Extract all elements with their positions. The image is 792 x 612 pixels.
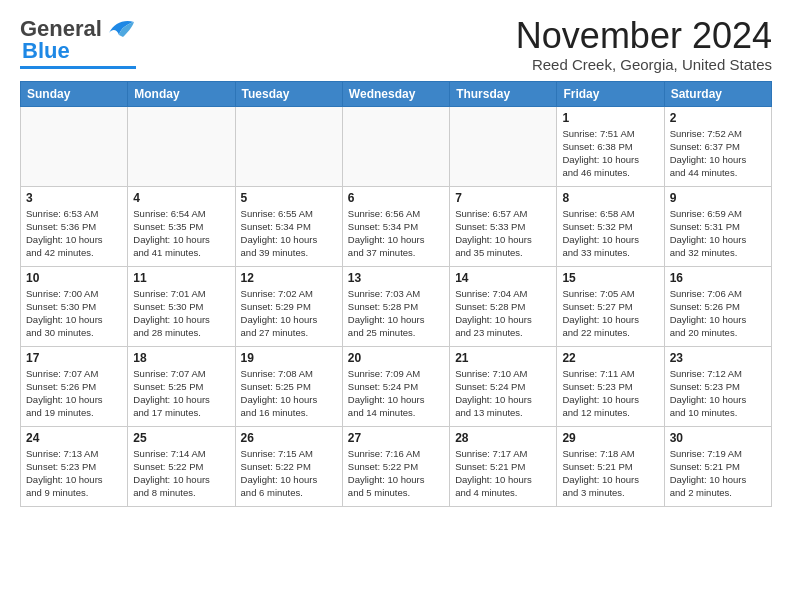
calendar-day-cell [235,106,342,186]
calendar-day-cell: 9Sunrise: 6:59 AM Sunset: 5:31 PM Daylig… [664,186,771,266]
day-info: Sunrise: 7:13 AM Sunset: 5:23 PM Dayligh… [26,447,122,500]
day-number: 25 [133,431,229,445]
weekday-header: Friday [557,81,664,106]
calendar-day-cell: 15Sunrise: 7:05 AM Sunset: 5:27 PM Dayli… [557,266,664,346]
day-info: Sunrise: 6:58 AM Sunset: 5:32 PM Dayligh… [562,207,658,260]
day-number: 8 [562,191,658,205]
day-info: Sunrise: 6:56 AM Sunset: 5:34 PM Dayligh… [348,207,444,260]
calendar-day-cell: 14Sunrise: 7:04 AM Sunset: 5:28 PM Dayli… [450,266,557,346]
day-info: Sunrise: 7:10 AM Sunset: 5:24 PM Dayligh… [455,367,551,420]
weekday-header: Thursday [450,81,557,106]
day-number: 7 [455,191,551,205]
calendar-day-cell: 6Sunrise: 6:56 AM Sunset: 5:34 PM Daylig… [342,186,449,266]
day-info: Sunrise: 7:07 AM Sunset: 5:26 PM Dayligh… [26,367,122,420]
calendar-day-cell: 26Sunrise: 7:15 AM Sunset: 5:22 PM Dayli… [235,426,342,506]
calendar-day-cell: 4Sunrise: 6:54 AM Sunset: 5:35 PM Daylig… [128,186,235,266]
day-number: 11 [133,271,229,285]
calendar-day-cell: 19Sunrise: 7:08 AM Sunset: 5:25 PM Dayli… [235,346,342,426]
day-info: Sunrise: 7:06 AM Sunset: 5:26 PM Dayligh… [670,287,766,340]
day-number: 30 [670,431,766,445]
calendar-week-row: 1Sunrise: 7:51 AM Sunset: 6:38 PM Daylig… [21,106,772,186]
calendar-day-cell: 25Sunrise: 7:14 AM Sunset: 5:22 PM Dayli… [128,426,235,506]
title-section: November 2024 Reed Creek, Georgia, Unite… [516,16,772,73]
day-info: Sunrise: 7:51 AM Sunset: 6:38 PM Dayligh… [562,127,658,180]
day-number: 2 [670,111,766,125]
weekday-header: Monday [128,81,235,106]
calendar-day-cell: 10Sunrise: 7:00 AM Sunset: 5:30 PM Dayli… [21,266,128,346]
calendar-week-row: 17Sunrise: 7:07 AM Sunset: 5:26 PM Dayli… [21,346,772,426]
weekday-header: Wednesday [342,81,449,106]
day-number: 20 [348,351,444,365]
day-number: 23 [670,351,766,365]
day-info: Sunrise: 7:18 AM Sunset: 5:21 PM Dayligh… [562,447,658,500]
logo: General Blue [20,16,136,69]
day-number: 17 [26,351,122,365]
calendar-day-cell: 8Sunrise: 6:58 AM Sunset: 5:32 PM Daylig… [557,186,664,266]
calendar-day-cell: 7Sunrise: 6:57 AM Sunset: 5:33 PM Daylig… [450,186,557,266]
day-info: Sunrise: 7:19 AM Sunset: 5:21 PM Dayligh… [670,447,766,500]
calendar-day-cell: 13Sunrise: 7:03 AM Sunset: 5:28 PM Dayli… [342,266,449,346]
calendar-table: SundayMondayTuesdayWednesdayThursdayFrid… [20,81,772,507]
calendar-header-row: SundayMondayTuesdayWednesdayThursdayFrid… [21,81,772,106]
logo-bird-icon [104,17,136,41]
day-info: Sunrise: 7:00 AM Sunset: 5:30 PM Dayligh… [26,287,122,340]
day-info: Sunrise: 7:52 AM Sunset: 6:37 PM Dayligh… [670,127,766,180]
day-info: Sunrise: 7:09 AM Sunset: 5:24 PM Dayligh… [348,367,444,420]
day-info: Sunrise: 6:57 AM Sunset: 5:33 PM Dayligh… [455,207,551,260]
header: General Blue November 2024 Reed Creek, G… [20,16,772,73]
day-info: Sunrise: 7:01 AM Sunset: 5:30 PM Dayligh… [133,287,229,340]
day-number: 19 [241,351,337,365]
day-info: Sunrise: 7:11 AM Sunset: 5:23 PM Dayligh… [562,367,658,420]
day-number: 21 [455,351,551,365]
day-number: 10 [26,271,122,285]
day-number: 22 [562,351,658,365]
day-number: 16 [670,271,766,285]
calendar-day-cell: 24Sunrise: 7:13 AM Sunset: 5:23 PM Dayli… [21,426,128,506]
day-info: Sunrise: 6:53 AM Sunset: 5:36 PM Dayligh… [26,207,122,260]
day-number: 18 [133,351,229,365]
day-info: Sunrise: 7:02 AM Sunset: 5:29 PM Dayligh… [241,287,337,340]
calendar-week-row: 10Sunrise: 7:00 AM Sunset: 5:30 PM Dayli… [21,266,772,346]
day-info: Sunrise: 7:08 AM Sunset: 5:25 PM Dayligh… [241,367,337,420]
weekday-header: Tuesday [235,81,342,106]
day-number: 12 [241,271,337,285]
calendar-day-cell [342,106,449,186]
day-info: Sunrise: 7:15 AM Sunset: 5:22 PM Dayligh… [241,447,337,500]
calendar-day-cell: 3Sunrise: 6:53 AM Sunset: 5:36 PM Daylig… [21,186,128,266]
calendar-day-cell: 20Sunrise: 7:09 AM Sunset: 5:24 PM Dayli… [342,346,449,426]
location-title: Reed Creek, Georgia, United States [516,56,772,73]
day-number: 9 [670,191,766,205]
calendar-day-cell: 17Sunrise: 7:07 AM Sunset: 5:26 PM Dayli… [21,346,128,426]
day-number: 14 [455,271,551,285]
calendar-week-row: 24Sunrise: 7:13 AM Sunset: 5:23 PM Dayli… [21,426,772,506]
day-number: 24 [26,431,122,445]
calendar-day-cell: 18Sunrise: 7:07 AM Sunset: 5:25 PM Dayli… [128,346,235,426]
day-number: 3 [26,191,122,205]
calendar-day-cell: 23Sunrise: 7:12 AM Sunset: 5:23 PM Dayli… [664,346,771,426]
weekday-header: Saturday [664,81,771,106]
calendar-day-cell: 28Sunrise: 7:17 AM Sunset: 5:21 PM Dayli… [450,426,557,506]
day-number: 13 [348,271,444,285]
weekday-header: Sunday [21,81,128,106]
day-info: Sunrise: 7:03 AM Sunset: 5:28 PM Dayligh… [348,287,444,340]
calendar-day-cell: 11Sunrise: 7:01 AM Sunset: 5:30 PM Dayli… [128,266,235,346]
day-number: 28 [455,431,551,445]
calendar-day-cell: 16Sunrise: 7:06 AM Sunset: 5:26 PM Dayli… [664,266,771,346]
day-info: Sunrise: 7:17 AM Sunset: 5:21 PM Dayligh… [455,447,551,500]
calendar-day-cell: 2Sunrise: 7:52 AM Sunset: 6:37 PM Daylig… [664,106,771,186]
day-number: 26 [241,431,337,445]
day-info: Sunrise: 7:12 AM Sunset: 5:23 PM Dayligh… [670,367,766,420]
day-number: 6 [348,191,444,205]
calendar-week-row: 3Sunrise: 6:53 AM Sunset: 5:36 PM Daylig… [21,186,772,266]
day-info: Sunrise: 6:59 AM Sunset: 5:31 PM Dayligh… [670,207,766,260]
day-info: Sunrise: 7:14 AM Sunset: 5:22 PM Dayligh… [133,447,229,500]
month-title: November 2024 [516,16,772,56]
calendar-day-cell: 1Sunrise: 7:51 AM Sunset: 6:38 PM Daylig… [557,106,664,186]
day-number: 27 [348,431,444,445]
calendar-day-cell: 27Sunrise: 7:16 AM Sunset: 5:22 PM Dayli… [342,426,449,506]
day-info: Sunrise: 6:54 AM Sunset: 5:35 PM Dayligh… [133,207,229,260]
day-info: Sunrise: 7:07 AM Sunset: 5:25 PM Dayligh… [133,367,229,420]
day-info: Sunrise: 7:16 AM Sunset: 5:22 PM Dayligh… [348,447,444,500]
calendar-day-cell: 30Sunrise: 7:19 AM Sunset: 5:21 PM Dayli… [664,426,771,506]
calendar-day-cell [21,106,128,186]
